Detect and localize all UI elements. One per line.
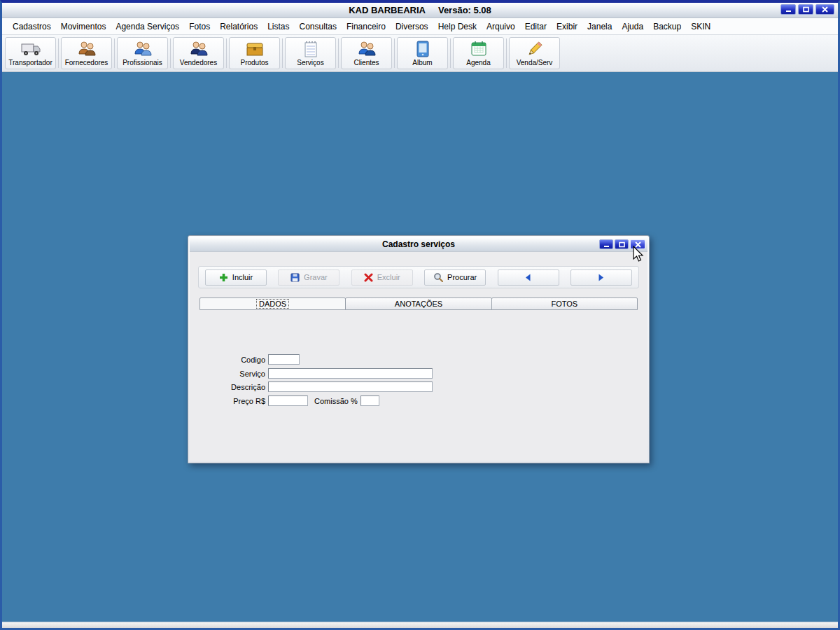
minimize-icon bbox=[603, 241, 610, 248]
menu-relatorios[interactable]: Relatórios bbox=[215, 20, 262, 34]
menu-diversos[interactable]: Diversos bbox=[391, 20, 433, 34]
sellers-people-icon bbox=[189, 40, 209, 58]
menu-help-desk[interactable]: Help Desk bbox=[433, 20, 482, 34]
menu-backup[interactable]: Backup bbox=[648, 20, 686, 34]
main-titlebar[interactable]: KAD BARBEARIA Versão: 5.08 bbox=[2, 3, 838, 18]
arrow-right-icon bbox=[596, 273, 606, 282]
desktop: Cadastro serviços bbox=[2, 72, 838, 622]
arrow-left-icon bbox=[524, 273, 533, 282]
toolbar-button-transportador[interactable]: Transportador bbox=[5, 37, 56, 69]
menu-agenda-servicos[interactable]: Agenda Serviços bbox=[111, 20, 184, 34]
toolbar-separator bbox=[338, 38, 339, 68]
toolbar-separator bbox=[450, 38, 451, 68]
dialog-body: Incluir Gravar Excluir bbox=[190, 252, 648, 461]
menu-janela[interactable]: Janela bbox=[582, 20, 617, 34]
maximize-icon bbox=[619, 241, 625, 248]
truck-icon bbox=[20, 40, 41, 58]
status-bar bbox=[2, 622, 838, 628]
dialog-tabs: DADOS ANOTAÇÕES FOTOS bbox=[200, 298, 638, 310]
clients-people-icon bbox=[357, 40, 377, 58]
toolbar-separator bbox=[226, 38, 227, 68]
maximize-button[interactable] bbox=[798, 4, 813, 15]
tab-fotos[interactable]: FOTOS bbox=[491, 298, 638, 310]
menu-exibir[interactable]: Exibir bbox=[552, 20, 582, 34]
menu-arquivo[interactable]: Arquivo bbox=[482, 20, 520, 34]
gravar-label: Gravar bbox=[304, 273, 328, 281]
toolbar-label: Vendedores bbox=[180, 59, 217, 66]
servico-input[interactable] bbox=[268, 368, 433, 379]
minimize-button[interactable] bbox=[780, 4, 796, 15]
menu-bar: Cadastros Movimentos Agenda Serviços Fot… bbox=[2, 18, 838, 35]
plus-icon bbox=[219, 273, 228, 282]
album-icon bbox=[415, 40, 430, 58]
incluir-label: Incluir bbox=[232, 273, 253, 281]
chest-icon bbox=[245, 40, 265, 58]
cadastro-servicos-dialog: Cadastro serviços bbox=[188, 235, 650, 463]
close-button[interactable] bbox=[816, 4, 834, 15]
excluir-label: Excluir bbox=[377, 273, 400, 281]
procurar-label: Procurar bbox=[447, 273, 477, 281]
toolbar-button-profissionais[interactable]: Profissionais bbox=[117, 37, 168, 69]
incluir-button[interactable]: Incluir bbox=[205, 270, 267, 286]
toolbar-button-servicos[interactable]: Serviços bbox=[285, 37, 336, 69]
comissao-label: Comissão % bbox=[314, 397, 358, 405]
delete-x-icon bbox=[364, 273, 373, 282]
toolbar-label: Transportador bbox=[8, 59, 52, 66]
previous-record-button[interactable] bbox=[498, 270, 559, 286]
toolbar-button-album[interactable]: Album bbox=[397, 37, 448, 69]
tab-dados[interactable]: DADOS bbox=[200, 298, 346, 310]
menu-movimentos[interactable]: Movimentos bbox=[56, 20, 111, 34]
menu-skin[interactable]: SKIN bbox=[686, 20, 715, 34]
app-version: Versão: 5.08 bbox=[438, 5, 491, 15]
toolbar-button-vendedores[interactable]: Vendedores bbox=[173, 37, 224, 69]
menu-listas[interactable]: Listas bbox=[262, 20, 294, 34]
menu-financeiro[interactable]: Financeiro bbox=[342, 20, 391, 34]
codigo-row: Codigo bbox=[190, 354, 648, 365]
procurar-button[interactable]: Procurar bbox=[424, 270, 486, 286]
toolbar-button-clientes[interactable]: Clientes bbox=[341, 37, 392, 69]
toolbar-label: Profissionais bbox=[122, 59, 162, 66]
toolbar-separator bbox=[506, 38, 507, 68]
toolbar-button-agenda[interactable]: Agenda bbox=[453, 37, 504, 69]
codigo-label: Codigo bbox=[190, 356, 268, 364]
toolbar-separator bbox=[170, 38, 171, 68]
main-toolbar: Transportador Fornecedores Profissionais bbox=[2, 35, 838, 72]
dialog-close-button[interactable] bbox=[630, 239, 645, 249]
toolbar-separator bbox=[282, 38, 283, 68]
toolbar-separator bbox=[114, 38, 115, 68]
dialog-titlebar[interactable]: Cadastro serviços bbox=[190, 237, 648, 252]
toolbar-button-venda-serv[interactable]: Venda/Serv bbox=[509, 37, 560, 69]
preco-row: Preço R$ Comissão % bbox=[190, 396, 648, 406]
toolbar-button-produtos[interactable]: Produtos bbox=[229, 37, 280, 69]
menu-fotos[interactable]: Fotos bbox=[184, 20, 215, 34]
dialog-minimize-button[interactable] bbox=[599, 239, 613, 249]
pencil-icon bbox=[526, 40, 544, 58]
window-controls bbox=[780, 4, 834, 15]
gravar-button[interactable]: Gravar bbox=[278, 270, 340, 286]
dialog-maximize-button[interactable] bbox=[615, 239, 629, 249]
toolbar-button-fornecedores[interactable]: Fornecedores bbox=[61, 37, 112, 69]
menu-editar[interactable]: Editar bbox=[520, 20, 552, 34]
codigo-input[interactable] bbox=[268, 354, 300, 365]
toolbar-label: Produtos bbox=[240, 59, 268, 66]
menu-consultas[interactable]: Consultas bbox=[295, 20, 342, 34]
toolbar-label: Album bbox=[412, 59, 432, 66]
comissao-input[interactable] bbox=[360, 396, 379, 406]
menu-cadastros[interactable]: Cadastros bbox=[8, 20, 56, 34]
dados-form: Codigo Serviço Descrição Preço R$ bbox=[190, 354, 648, 410]
menu-ajuda[interactable]: Ajuda bbox=[617, 20, 648, 34]
preco-label: Preço R$ bbox=[190, 397, 268, 405]
servico-label: Serviço bbox=[190, 370, 268, 378]
search-icon bbox=[433, 272, 443, 282]
preco-input[interactable] bbox=[268, 396, 308, 406]
descricao-input[interactable] bbox=[268, 382, 433, 392]
save-floppy-icon bbox=[290, 273, 300, 282]
toolbar-label: Venda/Serv bbox=[517, 59, 553, 66]
calendar-icon bbox=[470, 40, 488, 58]
close-icon bbox=[822, 6, 828, 13]
professionals-people-icon bbox=[133, 40, 153, 58]
excluir-button[interactable]: Excluir bbox=[351, 270, 413, 286]
servico-row: Serviço bbox=[190, 368, 648, 379]
next-record-button[interactable] bbox=[570, 270, 632, 286]
tab-anotacoes[interactable]: ANOTAÇÕES bbox=[345, 298, 491, 310]
